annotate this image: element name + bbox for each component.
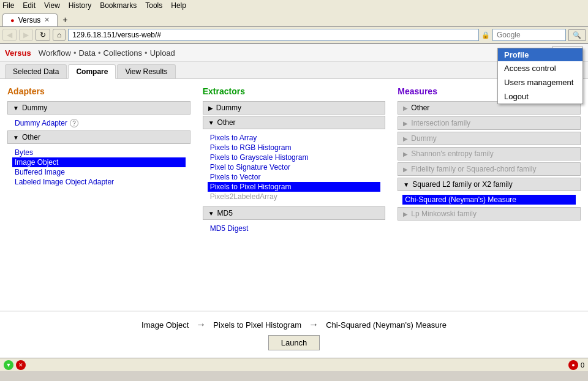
- menu-help[interactable]: Help: [171, 1, 186, 10]
- extractors-dummy-arrow: ▶: [208, 105, 213, 111]
- measures-column: Measures ▶ Other ▶ Intersection family ▶…: [398, 86, 581, 303]
- adapters-dummy-arrow: ▼: [13, 105, 19, 111]
- extractor-md5-digest[interactable]: MD5 Digest: [208, 224, 381, 233]
- adapters-other-label: Other: [22, 133, 40, 141]
- extractor-pixel-signature[interactable]: Pixel to Signature Vector: [208, 162, 381, 172]
- tab-compare[interactable]: Compare: [68, 64, 116, 79]
- tab-bar: ● Versus ✕ +: [0, 11, 588, 27]
- dummy-adapter-link[interactable]: Dummy Adapter ?: [12, 118, 186, 128]
- measure-fidelity-btn[interactable]: ▶ Fidelity family or Squared-chord famil…: [398, 162, 581, 176]
- measure-intersection-label: Intersection family: [411, 119, 470, 127]
- search-go-button[interactable]: 🔍: [568, 29, 586, 41]
- app-title: Versus: [5, 48, 31, 58]
- measure-other-label: Other: [411, 104, 429, 112]
- menu-edit[interactable]: Edit: [23, 1, 36, 10]
- pipeline-extractor: Pixels to Pixel Histogram: [213, 320, 301, 330]
- browser-tab[interactable]: ● Versus ✕: [2, 13, 58, 26]
- dummy-adapter-help-icon[interactable]: ?: [70, 119, 78, 127]
- extractors-md5-group-header[interactable]: ▼ MD5: [203, 206, 386, 220]
- menu-view[interactable]: View: [44, 1, 60, 10]
- extractors-other-group-header[interactable]: ▼ Other: [203, 116, 386, 129]
- dropdown-menu-header: Profile: [498, 48, 582, 61]
- measure-shannon-btn[interactable]: ▶ Shannon's entropy family: [398, 147, 581, 160]
- measure-dummy-btn[interactable]: ▶ Dummy: [398, 132, 581, 145]
- pipeline-measure: Chi-Squared (Neyman's) Measure: [326, 320, 447, 330]
- tab-view-results[interactable]: View Results: [117, 64, 175, 78]
- menu-history[interactable]: History: [69, 1, 91, 10]
- adapters-other-items: Bytes Image Object Buffered Image Labele…: [7, 145, 190, 189]
- measure-squared-l2-items: Chi-Squared (Neyman's) Measure: [398, 192, 581, 207]
- nav-workflow[interactable]: Workflow: [39, 48, 71, 58]
- measure-lp-label: Lp Minkowski family: [411, 209, 477, 218]
- extractor-pixels-grayscale[interactable]: Pixels to Grayscale Histogram: [208, 153, 381, 162]
- dropdown-logout[interactable]: Logout: [498, 89, 582, 104]
- status-icon-down[interactable]: ▼: [4, 360, 13, 370]
- pipeline-bar: Image Object → Pixels to Pixel Histogram…: [0, 311, 588, 335]
- new-tab-button[interactable]: +: [58, 13, 72, 26]
- extractor-pixels-vector[interactable]: Pixels to Vector: [208, 172, 381, 182]
- measure-squared-l2-label: Squared L2 family or X2 family: [412, 180, 512, 189]
- measure-intersection-btn[interactable]: ▶ Intersection family: [398, 116, 581, 130]
- measure-squared-l2-header[interactable]: ▼ Squared L2 family or X2 family: [398, 178, 581, 191]
- extractor-pixels2labeled[interactable]: Pixels2LabeledArray: [208, 192, 381, 202]
- adapter-image-object[interactable]: Image Object: [12, 157, 186, 167]
- extractors-dummy-label: Dummy: [216, 104, 241, 112]
- app-container: Versus Workflow • Data • Collections • U…: [0, 44, 588, 358]
- extractors-other-arrow: ▼: [208, 119, 214, 126]
- measure-fidelity-arrow: ▶: [403, 166, 408, 173]
- status-icon-x[interactable]: ✕: [16, 360, 26, 370]
- pipeline-arrow-1: →: [196, 319, 206, 330]
- extractors-md5-label: MD5: [217, 209, 233, 217]
- adapter-buffered-image[interactable]: Buffered Image: [12, 167, 186, 177]
- measure-lp-arrow: ▶: [403, 211, 408, 217]
- tab-selected-data[interactable]: Selected Data: [5, 64, 67, 78]
- menu-file[interactable]: File: [2, 1, 14, 10]
- nav-collections[interactable]: Collections: [103, 48, 142, 58]
- adapters-column: Adapters ▼ Dummy Dummy Adapter ? ▼ Other…: [7, 86, 190, 303]
- app-nav-left: Versus Workflow • Data • Collections • U…: [5, 48, 175, 58]
- measure-chi-squared[interactable]: Chi-Squared (Neyman's) Measure: [402, 195, 576, 205]
- extractors-other-label: Other: [217, 118, 236, 127]
- reload-button[interactable]: ↻: [36, 29, 50, 41]
- nav-data[interactable]: Data: [78, 48, 95, 58]
- launch-button[interactable]: Launch: [268, 335, 320, 350]
- adapters-dummy-group-header[interactable]: ▼ Dummy: [7, 101, 190, 115]
- address-bar[interactable]: [68, 29, 479, 41]
- measure-dummy-arrow: ▶: [403, 135, 408, 142]
- extractor-pixels-rgb[interactable]: Pixels to RGB Histogram: [208, 143, 381, 153]
- forward-button[interactable]: ▶: [19, 29, 33, 41]
- adapters-title: Adapters: [7, 86, 190, 96]
- measure-squared-l2-arrow: ▼: [403, 181, 409, 188]
- home-button[interactable]: ⌂: [53, 29, 66, 41]
- measure-other-arrow: ▶: [403, 105, 408, 111]
- measure-fidelity-label: Fidelity family or Squared-chord family: [411, 165, 536, 173]
- dropdown-access-control[interactable]: Access control: [498, 61, 582, 75]
- status-circle-icon: ●: [568, 360, 578, 370]
- browser-tab-title: Versus: [18, 16, 41, 25]
- tab-close-icon[interactable]: ✕: [44, 16, 50, 24]
- status-count: 0: [581, 361, 584, 369]
- menu-tools[interactable]: Tools: [145, 1, 162, 10]
- extractor-pixels-histogram[interactable]: Pixels to Pixel Histogram: [208, 182, 381, 192]
- back-button[interactable]: ◀: [2, 29, 17, 41]
- status-bar: ▼ ✕ ● 0: [0, 358, 588, 371]
- menu-bookmarks[interactable]: Bookmarks: [100, 1, 137, 10]
- dropdown-menu: Profile Access control Users management …: [497, 48, 583, 104]
- status-right: ● 0: [568, 360, 584, 370]
- measure-lp-minkowski-btn[interactable]: ▶ Lp Minkowski family: [398, 207, 581, 221]
- extractor-pixels-array[interactable]: Pixels to Array: [208, 133, 381, 143]
- measure-dummy-label: Dummy: [411, 134, 436, 143]
- adapter-labeled-image[interactable]: Labeled Image Object Adapter: [12, 177, 186, 187]
- nav-bar: ◀ ▶ ↻ ⌂ 🔒 🔍: [0, 27, 588, 43]
- adapters-dummy-label: Dummy: [22, 104, 47, 112]
- extractors-other-items: Pixels to Array Pixels to RGB Histogram …: [203, 130, 386, 204]
- status-left: ▼ ✕: [4, 360, 26, 370]
- extractors-dummy-group-header[interactable]: ▶ Dummy: [203, 101, 386, 115]
- dropdown-users-management[interactable]: Users management: [498, 75, 582, 89]
- search-input[interactable]: [492, 29, 566, 41]
- adapter-bytes[interactable]: Bytes: [12, 148, 186, 157]
- nav-upload[interactable]: Upload: [150, 48, 175, 58]
- main-content: Adapters ▼ Dummy Dummy Adapter ? ▼ Other…: [0, 79, 588, 311]
- adapters-other-group-header[interactable]: ▼ Other: [7, 130, 190, 144]
- dummy-adapter-label: Dummy Adapter: [15, 119, 67, 127]
